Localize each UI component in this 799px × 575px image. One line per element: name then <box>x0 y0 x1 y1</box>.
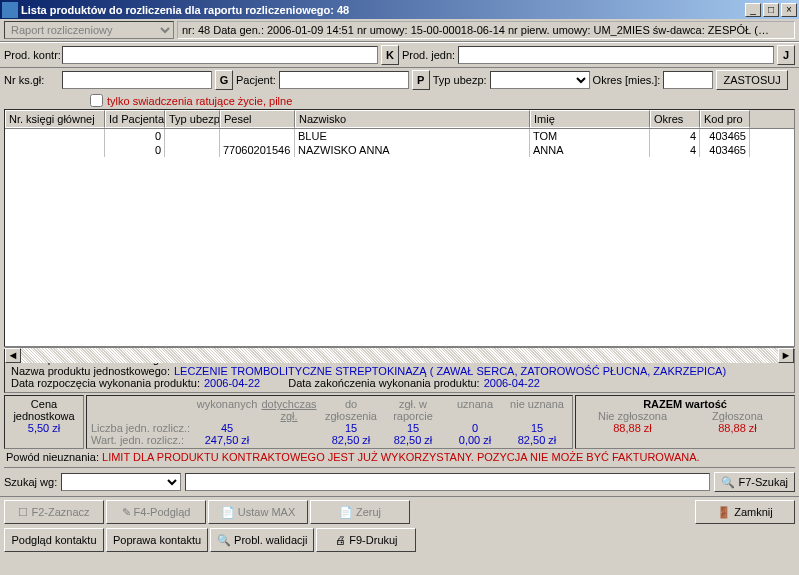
stats-col-header: zgł. w raporcie <box>382 398 444 422</box>
zgl-label: Zgłoszona <box>685 410 790 422</box>
scroll-track[interactable] <box>21 348 778 363</box>
filter-row-1: Prod. kontr: K Prod. jedn: J <box>0 42 799 68</box>
prod-jedn-j-button[interactable]: J <box>777 45 795 65</box>
column-header[interactable]: Id Pacjenta <box>105 110 165 128</box>
razem-box: RAZEM wartość Nie zgłoszona 88,88 zł Zgł… <box>575 395 795 449</box>
prod-kontr-input[interactable] <box>62 46 378 64</box>
close-button[interactable]: × <box>781 3 797 17</box>
magnify-icon: 🔍 <box>217 534 231 547</box>
stats-box: wykonanychdotychczas zgł.do zgłoszeniazg… <box>86 395 573 449</box>
nazwa-jedn-value: LECZENIE TROMBOLITYCZNE STREPTOKINAZĄ ( … <box>174 365 726 377</box>
f2-zaznacz-button[interactable]: ☐F2-Zaznacz <box>4 500 104 524</box>
check-icon: ☐ <box>18 506 28 519</box>
liczba-label: Liczba jedn. rozlicz.: <box>91 422 196 434</box>
nr-ks-g-button[interactable]: G <box>215 70 233 90</box>
column-header[interactable]: Pesel <box>220 110 295 128</box>
pacjent-label: Pacjent: <box>236 74 276 86</box>
stats-col-header: nie uznana <box>506 398 568 422</box>
okres-label: Okres [mies.]: <box>593 74 661 86</box>
doc-icon: 📄 <box>339 506 353 519</box>
search-row: Szukaj wg: 🔍 F7-Szukaj <box>4 467 795 492</box>
data-grid[interactable]: Nr. księgi głównejId PacjentaTyp ubezp.P… <box>4 109 795 347</box>
summary-panel: Cena jednostkowa 5,50 zł wykonanychdotyc… <box>4 395 795 449</box>
stats-col-header: uznana <box>444 398 506 422</box>
print-icon: 🖨 <box>335 534 346 546</box>
doc-icon: 📄 <box>221 506 235 519</box>
prod-jedn-input[interactable] <box>458 46 774 64</box>
scroll-left-icon[interactable]: ◄ <box>5 348 21 363</box>
column-header[interactable]: Imię <box>530 110 650 128</box>
f9-drukuj-button[interactable]: 🖨F9-Drukuj <box>316 528 416 552</box>
stats-col-header: do zgłoszenia <box>320 398 382 422</box>
maximize-button[interactable]: □ <box>763 3 779 17</box>
powod-label: Powód nieuznania: <box>6 451 99 463</box>
zeruj-button[interactable]: 📄Zeruj <box>310 500 410 524</box>
nie-zgl-label: Nie zgłoszona <box>580 410 685 422</box>
pilne-checkbox[interactable] <box>90 94 103 107</box>
app-icon <box>2 2 18 18</box>
okres-input[interactable] <box>663 71 713 89</box>
bottom-toolbar: ☐F2-Zaznacz ✎F4-Podgląd 📄Ustaw MAX 📄Zeru… <box>0 496 799 555</box>
zamknij-button[interactable]: 🚪Zamknij <box>695 500 795 524</box>
powod-row: Powód nieuznania: LIMIT DLA PRODUKTU KON… <box>6 451 793 463</box>
search-button[interactable]: 🔍 F7-Szukaj <box>714 472 795 492</box>
pacjent-p-button[interactable]: P <box>412 70 430 90</box>
edit-icon: ✎ <box>122 506 131 519</box>
cena-box: Cena jednostkowa 5,50 zł <box>4 395 84 449</box>
search-icon: 🔍 <box>721 476 735 489</box>
column-header[interactable]: Kod pro <box>700 110 750 128</box>
column-header[interactable]: Nr. księgi głównej <box>5 110 105 128</box>
data-rozp-label: Data rozpoczęcia wykonania produktu: <box>11 377 200 389</box>
pacjent-input[interactable] <box>279 71 409 89</box>
nr-ks-input[interactable] <box>62 71 212 89</box>
nie-zgl-value: 88,88 zł <box>580 422 685 434</box>
typ-ubezp-label: Typ ubezp: <box>433 74 487 86</box>
wart-label: Wart. jedn. rozlicz.: <box>91 434 196 446</box>
raport-select[interactable]: Raport rozliczeniowy <box>4 21 174 39</box>
poprawa-kontaktu-button[interactable]: Poprawa kontaktu <box>106 528 208 552</box>
cena-value: 5,50 zł <box>9 422 79 434</box>
horizontal-scrollbar[interactable]: ◄ ► <box>5 347 794 363</box>
prod-jedn-label: Prod. jedn: <box>402 49 455 61</box>
cena-label: Cena jednostkowa <box>9 398 79 422</box>
minimize-button[interactable]: _ <box>745 3 761 17</box>
probl-walidacji-button[interactable]: 🔍Probl. walidacji <box>210 528 314 552</box>
column-header[interactable]: Okres <box>650 110 700 128</box>
stats-col-header: wykonanych <box>196 398 258 422</box>
table-row[interactable]: 0BLUETOM4403465 <box>5 129 794 143</box>
table-row[interactable]: 077060201546NAZWISKO ANNAANNA4403465 <box>5 143 794 157</box>
f4-podglad-button[interactable]: ✎F4-Podgląd <box>106 500 206 524</box>
column-header[interactable]: Typ ubezp. <box>165 110 220 128</box>
titlebar: Lista produktów do rozliczenia dla rapor… <box>0 0 799 19</box>
stats-col-header: dotychczas zgł. <box>258 398 320 422</box>
checkbox-row: tylko swiadczenia ratujące życie, pilne <box>0 92 799 109</box>
data-zak-value: 2006-04-22 <box>484 377 540 389</box>
window-title: Lista produktów do rozliczenia dla rapor… <box>21 4 743 16</box>
zastosuj-button[interactable]: ZASTOSUJ <box>716 70 787 90</box>
podglad-kontaktu-button[interactable]: Podgląd kontaktu <box>4 528 104 552</box>
prod-kontr-label: Prod. kontr: <box>4 49 59 61</box>
exit-icon: 🚪 <box>717 506 731 519</box>
grid-header: Nr. księgi głównejId PacjentaTyp ubezp.P… <box>5 110 794 129</box>
zgl-value: 88,88 zł <box>685 422 790 434</box>
razem-label: RAZEM wartość <box>580 398 790 410</box>
search-label: Szukaj wg: <box>4 476 57 488</box>
typ-ubezp-select[interactable] <box>490 71 590 89</box>
grid-body[interactable]: 0BLUETOM4403465077060201546NAZWISKO ANNA… <box>5 129 794 347</box>
data-rozp-value: 2006-04-22 <box>204 377 260 389</box>
prod-kontr-k-button[interactable]: K <box>381 45 399 65</box>
ustaw-max-button[interactable]: 📄Ustaw MAX <box>208 500 308 524</box>
powod-value: LIMIT DLA PRODUKTU KONTRAKTOWEGO JEST JU… <box>102 451 700 463</box>
pilne-label: tylko swiadczenia ratujące życie, pilne <box>107 95 292 107</box>
stats-header: wykonanychdotychczas zgł.do zgłoszeniazg… <box>91 398 568 422</box>
search-input[interactable] <box>185 473 710 491</box>
nazwa-jedn-label: Nazwa produktu jednostkowego: <box>11 365 170 377</box>
search-by-select[interactable] <box>61 473 181 491</box>
scroll-right-icon[interactable]: ► <box>778 348 794 363</box>
toolbar-top: Raport rozliczeniowy nr: 48 Data gen.: 2… <box>0 19 799 42</box>
data-zak-label: Data zakończenia wykonania produktu: <box>288 377 479 389</box>
nr-ks-label: Nr ks.gł: <box>4 74 59 86</box>
column-header[interactable]: Nazwisko <box>295 110 530 128</box>
report-info: nr: 48 Data gen.: 2006-01-09 14:51 nr um… <box>177 21 795 39</box>
filter-row-2: Nr ks.gł: G Pacjent: P Typ ubezp: Okres … <box>0 68 799 92</box>
